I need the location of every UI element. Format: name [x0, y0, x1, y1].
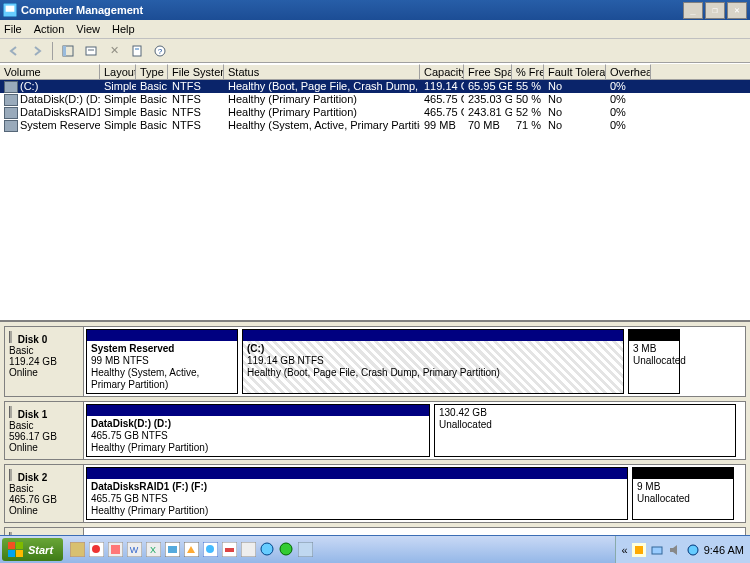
svg-rect-12 — [8, 550, 15, 557]
col-layout[interactable]: Layout — [100, 64, 136, 79]
svg-rect-35 — [635, 546, 643, 554]
svg-point-32 — [280, 543, 292, 555]
col-volume[interactable]: Volume — [0, 64, 100, 79]
volume-row[interactable]: (C:)SimpleBasicNTFSHealthy (Boot, Page F… — [0, 80, 750, 93]
svg-rect-33 — [298, 542, 313, 557]
start-label: Start — [28, 544, 53, 556]
partition-unallocated[interactable]: 9 MBUnallocated — [632, 467, 734, 520]
col-capacity[interactable]: Capacity — [420, 64, 464, 79]
ql-icon[interactable] — [278, 541, 295, 558]
partition[interactable]: System Reserved99 MB NTFSHealthy (System… — [86, 329, 238, 394]
disk-layout-pane[interactable]: Disk 0Basic119.24 GBOnlineSystem Reserve… — [0, 320, 750, 548]
partition[interactable]: DataDisk(D:) (D:)465.75 GB NTFSHealthy (… — [86, 404, 430, 457]
col-oh[interactable]: Overhead — [606, 64, 651, 79]
partition-unallocated[interactable]: 3 MBUnallocated — [628, 329, 680, 394]
ql-icon[interactable] — [164, 541, 181, 558]
svg-point-16 — [92, 545, 100, 553]
menu-action[interactable]: Action — [34, 23, 65, 35]
volume-row[interactable]: System ReservedSimpleBasicNTFSHealthy (S… — [0, 119, 750, 132]
help-button[interactable]: ? — [150, 41, 170, 61]
tray-expand-icon[interactable]: « — [622, 544, 628, 556]
ql-icon[interactable] — [221, 541, 238, 558]
svg-text:W: W — [130, 545, 139, 555]
maximize-button[interactable]: ❐ — [705, 2, 725, 19]
delete-button[interactable]: ✕ — [104, 41, 124, 61]
svg-rect-29 — [225, 548, 234, 552]
partition[interactable]: DataDisksRAID1 (F:) (F:)465.75 GB NTFSHe… — [86, 467, 628, 520]
svg-rect-30 — [241, 542, 256, 557]
partition-unallocated[interactable]: 130.42 GBUnallocated — [434, 404, 736, 457]
menu-help[interactable]: Help — [112, 23, 135, 35]
col-pct[interactable]: % Free — [512, 64, 544, 79]
svg-rect-13 — [16, 550, 23, 557]
ql-icon[interactable]: X — [145, 541, 162, 558]
svg-rect-10 — [8, 542, 15, 549]
svg-point-27 — [206, 545, 214, 553]
col-status[interactable]: Status — [224, 64, 420, 79]
col-fs[interactable]: File System — [168, 64, 224, 79]
windows-logo-icon — [8, 542, 24, 558]
svg-rect-3 — [63, 46, 66, 56]
ql-icon[interactable] — [259, 541, 276, 558]
tray-icon[interactable] — [632, 543, 646, 557]
clock[interactable]: 9:46 AM — [704, 544, 744, 556]
partition[interactable]: (C:)119.14 GB NTFSHealthy (Boot, Page Fi… — [242, 329, 624, 394]
tray-icon[interactable] — [650, 543, 664, 557]
disk-row[interactable]: Disk 1Basic596.17 GBOnlineDataDisk(D:) (… — [4, 401, 746, 460]
window-title: Computer Management — [21, 4, 683, 16]
col-type[interactable]: Type — [136, 64, 168, 79]
disk-graph: System Reserved99 MB NTFSHealthy (System… — [84, 327, 745, 396]
volume-row[interactable]: DataDisksRAID1 (F:) (F:)SimpleBasicNTFSH… — [0, 106, 750, 119]
menu-view[interactable]: View — [76, 23, 100, 35]
svg-rect-11 — [16, 542, 23, 549]
quick-launch: W X — [69, 541, 314, 558]
menu-file[interactable]: File — [4, 23, 22, 35]
tray-icon[interactable] — [686, 543, 700, 557]
app-icon — [3, 3, 17, 17]
ql-icon[interactable] — [69, 541, 86, 558]
volume-list-header: Volume Layout Type File System Status Ca… — [0, 63, 750, 80]
minimize-button[interactable]: _ — [683, 2, 703, 19]
svg-rect-7 — [135, 48, 139, 50]
titlebar: Computer Management _ ❐ ✕ — [0, 0, 750, 20]
menu-bar: File Action View Help — [0, 20, 750, 39]
start-button[interactable]: Start — [2, 538, 63, 561]
disk-row[interactable]: Disk 0Basic119.24 GBOnlineSystem Reserve… — [4, 326, 746, 397]
refresh-button[interactable] — [58, 41, 78, 61]
disk-header: Disk 0Basic119.24 GBOnline — [5, 327, 84, 396]
col-ft[interactable]: Fault Tolerance — [544, 64, 606, 79]
ql-icon[interactable] — [202, 541, 219, 558]
ql-icon[interactable] — [183, 541, 200, 558]
volume-icon — [4, 107, 18, 119]
properties-button[interactable] — [81, 41, 101, 61]
disk-graph: DataDisksRAID1 (F:) (F:)465.75 GB NTFSHe… — [84, 465, 745, 522]
disk-row[interactable]: Disk 2Basic465.76 GBOnlineDataDisksRAID1… — [4, 464, 746, 523]
svg-rect-14 — [70, 542, 85, 557]
nav-forward-button[interactable] — [27, 41, 47, 61]
window-buttons: _ ❐ ✕ — [683, 2, 747, 19]
disk-header: Disk 1Basic596.17 GBOnline — [5, 402, 84, 459]
volume-icon — [4, 81, 18, 93]
ql-icon[interactable] — [107, 541, 124, 558]
svg-point-38 — [688, 545, 698, 555]
svg-rect-18 — [111, 545, 120, 554]
close-button[interactable]: ✕ — [727, 2, 747, 19]
svg-point-31 — [261, 543, 273, 555]
toolbar: ✕ ? — [0, 39, 750, 63]
taskbar: Start W X « 9:46 AM — [0, 535, 750, 563]
volume-icon — [4, 120, 18, 132]
nav-back-button[interactable] — [4, 41, 24, 61]
svg-rect-1 — [6, 6, 15, 12]
ql-icon[interactable] — [88, 541, 105, 558]
ql-icon[interactable] — [297, 541, 314, 558]
system-tray: « 9:46 AM — [615, 536, 750, 563]
ql-icon[interactable] — [240, 541, 257, 558]
col-free[interactable]: Free Space — [464, 64, 512, 79]
volume-icon[interactable] — [668, 543, 682, 557]
ql-icon[interactable]: W — [126, 541, 143, 558]
volume-list[interactable]: (C:)SimpleBasicNTFSHealthy (Boot, Page F… — [0, 80, 750, 320]
svg-rect-37 — [652, 547, 662, 554]
settings-button[interactable] — [127, 41, 147, 61]
separator — [52, 42, 53, 60]
volume-row[interactable]: DataDisk(D:) (D:)SimpleBasicNTFSHealthy … — [0, 93, 750, 106]
